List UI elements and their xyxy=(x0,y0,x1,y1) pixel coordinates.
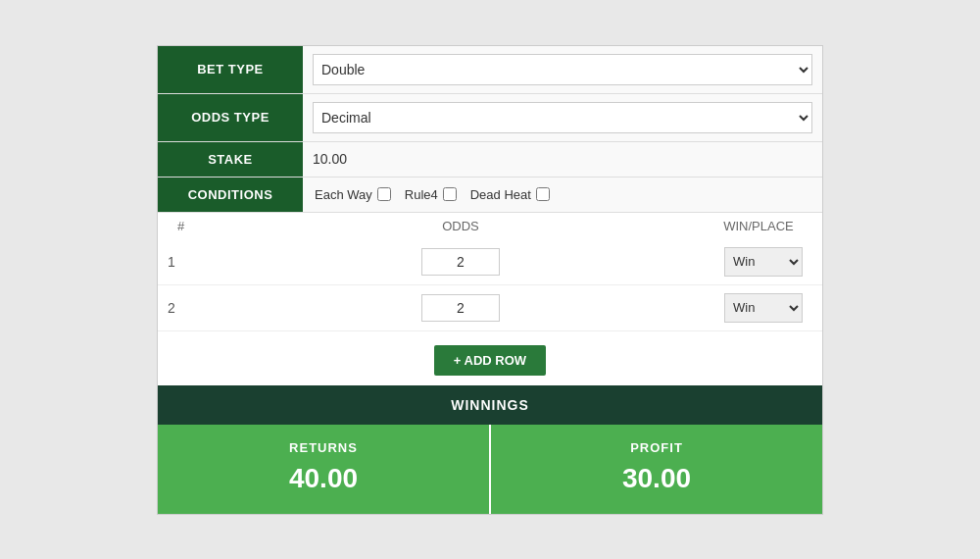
winnings-header: WINNINGS xyxy=(158,385,822,425)
stake-value-cell xyxy=(303,142,822,177)
odds-type-label: ODDS TYPE xyxy=(158,94,303,141)
odds-rows-container: 1WinPlaceEach Way2WinPlaceEach Way xyxy=(158,239,822,331)
stake-row: STAKE xyxy=(158,142,822,178)
condition-checkbox-0[interactable] xyxy=(377,187,391,201)
profit-cell: PROFIT 30.00 xyxy=(491,425,822,514)
odds-input-1[interactable] xyxy=(421,248,500,276)
odds-table-header: # ODDS WIN/PLACE xyxy=(158,213,822,239)
returns-cell: RETURNS 40.00 xyxy=(158,425,491,514)
conditions-label: CONDITIONS xyxy=(158,178,303,212)
conditions-row: CONDITIONS Each WayRule4Dead Heat xyxy=(158,178,822,213)
odds-row-2: 2WinPlaceEach Way xyxy=(158,285,822,331)
stake-input[interactable] xyxy=(313,151,812,167)
condition-checkbox-2[interactable] xyxy=(536,187,550,201)
add-row-container: + ADD ROW xyxy=(158,331,822,385)
condition-checkbox-1[interactable] xyxy=(443,187,457,201)
stake-label: STAKE xyxy=(158,142,303,177)
conditions-cell: Each WayRule4Dead Heat xyxy=(303,178,822,212)
condition-label-0: Each Way xyxy=(315,187,372,202)
add-row-button[interactable]: + ADD ROW xyxy=(434,345,546,376)
odds-row-1: 1WinPlaceEach Way xyxy=(158,239,822,285)
row-winplace-cell-1: WinPlaceEach Way xyxy=(705,247,822,277)
condition-item-2[interactable]: Dead Heat xyxy=(470,187,550,202)
returns-value: 40.00 xyxy=(168,463,479,494)
results-row: RETURNS 40.00 PROFIT 30.00 xyxy=(158,425,822,514)
profit-value: 30.00 xyxy=(501,463,812,494)
row-odds-cell-1 xyxy=(217,248,705,276)
row-index-2: 2 xyxy=(158,300,217,316)
bet-type-row: BET TYPE SingleDoubleTrebleTrixiePatentY… xyxy=(158,46,822,94)
bet-type-select[interactable]: SingleDoubleTrebleTrixiePatentYankeeLuck… xyxy=(313,54,812,85)
odds-input-2[interactable] xyxy=(421,294,500,322)
bet-type-label: BET TYPE xyxy=(158,46,303,93)
row-odds-cell-2 xyxy=(217,294,705,322)
condition-item-0[interactable]: Each Way xyxy=(315,187,391,202)
winplace-select-1[interactable]: WinPlaceEach Way xyxy=(724,247,803,277)
odds-type-select[interactable]: DecimalFractionalAmerican xyxy=(313,102,812,133)
odds-header: ODDS xyxy=(226,219,695,233)
condition-label-1: Rule4 xyxy=(405,187,438,202)
condition-label-2: Dead Heat xyxy=(470,187,531,202)
bet-type-value-cell: SingleDoubleTrebleTrixiePatentYankeeLuck… xyxy=(303,46,822,93)
winplace-select-2[interactable]: WinPlaceEach Way xyxy=(724,293,803,323)
condition-item-1[interactable]: Rule4 xyxy=(405,187,457,202)
hash-header: # xyxy=(158,219,226,233)
calculator-container: BET TYPE SingleDoubleTrebleTrixiePatentY… xyxy=(157,45,823,515)
row-winplace-cell-2: WinPlaceEach Way xyxy=(705,293,822,323)
odds-type-row: ODDS TYPE DecimalFractionalAmerican xyxy=(158,94,822,142)
row-index-1: 1 xyxy=(158,254,217,270)
winplace-header: WIN/PLACE xyxy=(695,219,822,233)
profit-label: PROFIT xyxy=(501,440,812,455)
odds-type-value-cell: DecimalFractionalAmerican xyxy=(303,94,822,141)
returns-label: RETURNS xyxy=(168,440,479,455)
